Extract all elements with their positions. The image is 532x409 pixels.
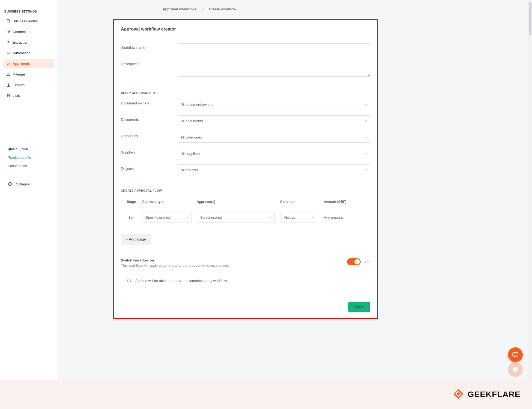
approver-type-select[interactable]: Specific user(s) ▾: [142, 212, 192, 222]
svg-point-11: [8, 182, 12, 186]
select-value: All suppliers: [181, 152, 200, 156]
chevron-down-icon: ▾: [365, 103, 367, 107]
building-icon: [6, 19, 11, 24]
sidebar-item-approvals[interactable]: Approvals: [4, 59, 54, 68]
chevron-down-icon: ▾: [270, 215, 272, 219]
sidebar-item-label: Extraction: [13, 40, 28, 44]
projects-select[interactable]: All projects ▾: [177, 164, 370, 175]
switch-title: Switch workflow on: [121, 258, 229, 262]
flow-row: 1st Specific user(s) ▾ Select user(s): [121, 207, 370, 228]
collapse-label: Collapse: [16, 182, 30, 186]
scrollbar-thumb[interactable]: [529, 2, 531, 35]
documents-select[interactable]: All documents ▾: [177, 115, 370, 126]
col-condition: Condition: [280, 200, 324, 204]
panel-title: Approval workflow creator: [121, 27, 370, 38]
stage-value: 1st: [121, 215, 142, 219]
select-value: Always: [284, 215, 295, 219]
chevron-down-icon: ▾: [187, 215, 189, 219]
chevron-down-icon: ▾: [365, 135, 367, 139]
sidebar-item-connections[interactable]: Connections: [4, 27, 54, 37]
apply-approvals-heading: APPLY APPROVALS TO: [121, 80, 370, 96]
suppliers-label: Suppliers: [121, 148, 177, 154]
flow-table-header: Stage Approver type Approver(s) Conditio…: [121, 196, 370, 207]
sidebar-item-label: Automation: [13, 51, 31, 55]
workflow-toggle[interactable]: [347, 258, 361, 265]
brand-name: GEEKFLARE: [468, 390, 521, 399]
svg-point-1: [7, 32, 8, 33]
sidebar-item-label: Mileage: [13, 72, 25, 76]
svg-point-4: [9, 52, 10, 52]
grid-dots-icon: [6, 51, 11, 56]
scrollbar-track[interactable]: [528, 0, 532, 409]
workflow-name-label: Workflow name *: [121, 43, 177, 50]
sidebar-item-business-profile[interactable]: Business profile: [4, 16, 54, 26]
suppliers-select[interactable]: All suppliers ▾: [177, 148, 370, 159]
svg-point-5: [7, 53, 8, 53]
sidebar-item-lists[interactable]: Lists: [4, 91, 54, 100]
col-amount: Amount (GBP): [324, 200, 370, 204]
upload-icon: [6, 40, 11, 45]
document-owners-select[interactable]: All document owners ▾: [177, 99, 370, 110]
sidebar-item-label: Connections: [13, 30, 32, 34]
switch-description: This workflow will apply to current and …: [121, 263, 229, 267]
add-stage-button[interactable]: + Add stage: [121, 234, 151, 245]
col-approvers: Approver(s): [197, 200, 280, 204]
description-label: Description: [121, 60, 177, 66]
save-button[interactable]: Save: [348, 302, 370, 312]
select-value: All document owners: [181, 103, 214, 107]
sidebar-item-extraction[interactable]: Extraction: [4, 38, 54, 47]
svg-point-3: [8, 52, 9, 52]
chat-fab[interactable]: [508, 347, 523, 362]
chevron-down-icon: ▾: [365, 152, 367, 156]
chevron-right-icon: [201, 8, 204, 11]
svg-point-7: [9, 53, 10, 53]
create-flow-heading: CREATE APPROVAL FLOW: [121, 178, 370, 193]
select-value: All documents: [181, 119, 203, 123]
key-icon: [6, 29, 11, 34]
approvers-select[interactable]: Select user(s) ▾: [197, 212, 275, 222]
brand-strip: GEEKFLARE: [0, 380, 532, 409]
svg-rect-13: [513, 352, 518, 356]
info-icon: [127, 278, 131, 283]
col-approver-type: Approver type: [142, 200, 197, 204]
secondary-fab[interactable]: [508, 362, 523, 377]
sidebar-heading: BUSINESS SETTINGS: [0, 5, 57, 16]
select-value: All projects: [181, 168, 198, 172]
sidebar-item-label: Lists: [13, 94, 20, 98]
document-owners-label: Document owners: [121, 99, 177, 105]
breadcrumb-create-workflow[interactable]: Create workflow: [209, 7, 236, 11]
breadcrumb-approval-workflows[interactable]: Approval workflows: [163, 7, 196, 11]
chevron-down-icon: ▾: [365, 168, 367, 172]
geekflare-logo-icon: [453, 389, 464, 400]
quick-link-subscription[interactable]: Subscription: [0, 162, 57, 170]
svg-point-6: [8, 53, 9, 53]
categories-label: Categories: [121, 132, 177, 138]
categories-select[interactable]: All categories ▾: [177, 132, 370, 143]
documents-label: Documents: [121, 115, 177, 122]
select-value: Select user(s): [200, 215, 222, 219]
toggle-state-label: Yes: [364, 260, 370, 264]
sidebar-item-label: Approvals: [13, 62, 30, 66]
info-note: Admins will be able to approve documents…: [121, 273, 370, 288]
chevron-down-icon: ▾: [365, 119, 367, 123]
col-stage: Stage: [121, 200, 142, 204]
sidebar: BUSINESS SETTINGS Business profile Conne…: [0, 0, 57, 409]
workflow-name-input[interactable]: [177, 43, 370, 54]
sidebar-item-automation[interactable]: Automation: [4, 48, 54, 58]
download-icon: [6, 83, 11, 88]
workflow-creator-panel: Approval workflow creator Workflow name …: [113, 19, 378, 319]
main-content: Approval workflows Create workflow Appro…: [57, 0, 532, 409]
quick-link-practice-profile[interactable]: Practice profile: [0, 153, 57, 162]
collapse-sidebar[interactable]: Collapse: [0, 178, 57, 191]
sidebar-item-label: Business profile: [13, 19, 38, 23]
sidebar-item-mileage[interactable]: Mileage: [4, 70, 54, 79]
svg-point-14: [513, 367, 518, 372]
condition-select[interactable]: Always ▾: [280, 212, 316, 222]
chevron-left-circle-icon: [8, 182, 13, 187]
chevron-down-icon: ▾: [311, 215, 313, 219]
sidebar-item-label: Exports: [13, 83, 25, 87]
select-value: Specific user(s): [146, 215, 170, 219]
description-input[interactable]: [177, 60, 370, 77]
sidebar-item-exports[interactable]: Exports: [4, 80, 54, 90]
breadcrumb: Approval workflows Create workflow: [57, 0, 532, 19]
